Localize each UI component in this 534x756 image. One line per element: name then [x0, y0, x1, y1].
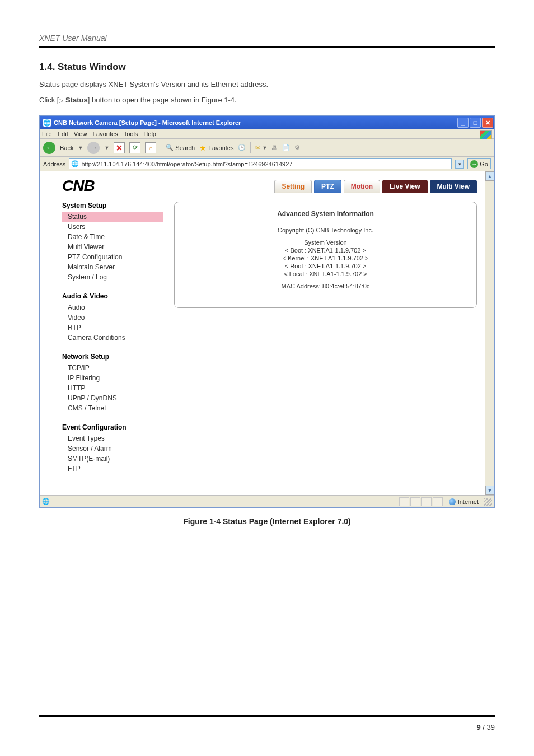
go-button[interactable]: → Go	[467, 158, 491, 169]
window-titlebar[interactable]: 🌐 CNB Network Camera [Setup Page] - Micr…	[40, 116, 494, 129]
sidebar-item[interactable]: Maintain Server	[62, 262, 163, 272]
forward-dropdown-icon[interactable]: ▼	[104, 145, 109, 151]
sidebar-item[interactable]: PTZ Configuration	[62, 252, 163, 262]
toolbar-separator	[161, 142, 161, 153]
scroll-down-button[interactable]: ▼	[485, 486, 494, 495]
sidebar-group-title: Network Setup	[62, 353, 163, 361]
back-label[interactable]: Back	[60, 144, 73, 151]
favorites-button[interactable]: ★Favorites	[199, 143, 233, 152]
stop-button[interactable]	[114, 142, 125, 153]
page-total: 39	[487, 723, 495, 731]
sidebar-item[interactable]: Status	[62, 212, 163, 222]
address-bar: Address 🌐 http://211.104.176.144:400/htm…	[40, 157, 494, 171]
sidebar-item[interactable]: Date & Time	[62, 232, 163, 242]
sidebar-group-title: System Setup	[62, 202, 163, 209]
tab-live[interactable]: Live View	[382, 180, 427, 193]
address-label: Address	[43, 161, 65, 167]
panel-mac: MAC Address: 80:4c:ef:54:87:0c	[180, 283, 471, 290]
mail-dropdown-icon[interactable]: ▼	[262, 145, 267, 151]
sidebar-item[interactable]: UPnP / DynDNS	[62, 393, 163, 403]
sidebar-item[interactable]: SMTP(E-mail)	[62, 454, 163, 464]
sidebar-item[interactable]: FTP	[62, 464, 163, 474]
refresh-button[interactable]: ⟳	[129, 142, 140, 153]
close-button[interactable]: ✕	[482, 118, 493, 128]
logo: CNB	[62, 177, 95, 195]
search-icon: 🔍	[166, 144, 174, 151]
statusbar: 🌐 Internet	[40, 495, 494, 507]
menubar: File Edit View Favorites Tools Help	[40, 129, 494, 139]
window-title: CNB Network Camera [Setup Page] - Micros…	[54, 119, 241, 126]
edit-icon: 📄	[282, 144, 290, 151]
print-button[interactable]: 🖶	[271, 144, 278, 151]
sidebar-group-title: Event Configuration	[62, 423, 163, 431]
menu-view[interactable]: View	[74, 130, 87, 137]
tab-multi[interactable]: Multi View	[430, 180, 477, 193]
sidebar-item[interactable]: HTTP	[62, 383, 163, 393]
sidebar-item[interactable]: IP Filtering	[62, 373, 163, 383]
sidebar-item[interactable]: TCP/IP	[62, 363, 163, 373]
scroll-up-button[interactable]: ▲	[485, 171, 494, 181]
status-segments	[399, 497, 443, 506]
sidebar-item[interactable]: Camera Conditions	[62, 333, 163, 343]
tab-ptz[interactable]: PTZ	[314, 180, 341, 193]
mail-button[interactable]: ✉▼	[255, 144, 267, 151]
menu-help[interactable]: Help	[143, 130, 156, 137]
security-zone[interactable]: Internet	[444, 496, 483, 507]
panel-version-line: < Boot : XNET.A1-1.1.9.702 >	[180, 247, 471, 254]
panel-version-line: < Root : XNET.A1-1.1.9.702 >	[180, 263, 471, 269]
sidebar-item[interactable]: Sensor / Alarm	[62, 444, 163, 454]
ie-window: 🌐 CNB Network Camera [Setup Page] - Micr…	[39, 115, 495, 508]
page-icon: 🌐	[71, 160, 79, 167]
forward-button[interactable]: →	[87, 142, 100, 154]
search-label: Search	[175, 144, 195, 151]
para2-btn: Status	[65, 96, 88, 104]
vertical-scrollbar[interactable]: ▲ ▼	[485, 171, 494, 495]
menu-tools[interactable]: Tools	[124, 130, 138, 137]
tab-setting[interactable]: Setting	[274, 180, 312, 193]
page-sep: /	[481, 723, 487, 731]
sidebar-group-title: Audio & Video	[62, 292, 163, 300]
sidebar-item[interactable]: Event Types	[62, 433, 163, 444]
go-label: Go	[480, 161, 488, 167]
maximize-button[interactable]: □	[470, 118, 481, 128]
search-button[interactable]: 🔍Search	[166, 144, 195, 151]
scroll-track[interactable]	[485, 181, 494, 486]
sidebar-item[interactable]: Audio	[62, 302, 163, 312]
history-icon: 🕒	[238, 144, 246, 151]
info-panel: Advanced System Information Copyright (C…	[174, 202, 477, 308]
edit-button[interactable]: 📄	[282, 144, 290, 151]
address-dropdown-icon[interactable]: ▾	[455, 160, 464, 169]
sidebar-item[interactable]: Video	[62, 312, 163, 323]
paragraph-1: Status page displays XNET System's Versi…	[39, 80, 495, 90]
menu-edit[interactable]: Edit	[58, 130, 68, 137]
toolbar-separator-2	[250, 142, 251, 153]
sidebar-item[interactable]: Users	[62, 222, 163, 232]
tools-button[interactable]: ⚙	[294, 144, 300, 151]
back-button[interactable]: ←	[43, 142, 55, 154]
menu-favorites[interactable]: Favorites	[92, 130, 118, 137]
footer-rule	[39, 715, 495, 717]
status-page-icon: 🌐	[42, 498, 50, 505]
sidebar-item[interactable]: System / Log	[62, 272, 163, 282]
sidebar: System SetupStatusUsersDate & TimeMulti …	[62, 202, 163, 484]
address-input[interactable]: 🌐 http://211.104.176.144:400/html/operat…	[69, 158, 452, 169]
back-dropdown-icon[interactable]: ▼	[78, 145, 83, 151]
print-icon: 🖶	[271, 144, 278, 151]
para2-post: ] button to open the page shown in Figur…	[88, 96, 237, 104]
tab-motion[interactable]: Motion	[344, 180, 380, 193]
windows-flag-icon	[480, 130, 492, 139]
panel-version-line: < Local : XNET.A1-1.1.9.702 >	[180, 270, 471, 277]
globe-icon	[449, 498, 456, 505]
home-button[interactable]: ⌂	[145, 142, 156, 153]
minimize-button[interactable]: _	[457, 118, 469, 128]
resize-grip[interactable]	[484, 498, 492, 506]
sidebar-item[interactable]: RTP	[62, 323, 163, 333]
go-icon: →	[470, 160, 478, 168]
page-number: 9 / 39	[476, 723, 495, 731]
favorites-label: Favorites	[208, 144, 233, 151]
history-button[interactable]: 🕒	[238, 144, 246, 151]
app-icon: 🌐	[43, 119, 51, 127]
sidebar-item[interactable]: Multi Viewer	[62, 242, 163, 252]
menu-file[interactable]: File	[42, 130, 52, 137]
sidebar-item[interactable]: CMS / Telnet	[62, 403, 163, 413]
